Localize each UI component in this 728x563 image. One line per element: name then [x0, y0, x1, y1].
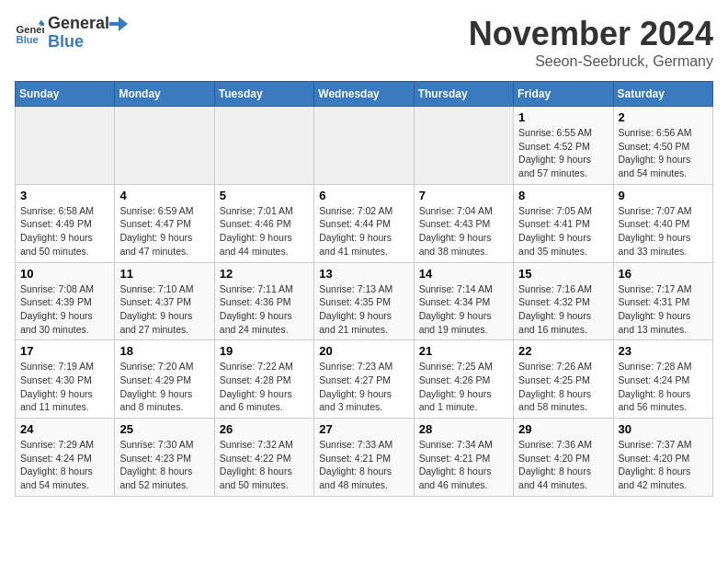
day-number: 3	[20, 189, 109, 202]
calendar-cell: 22Sunrise: 7:26 AMSunset: 4:25 PMDayligh…	[514, 340, 613, 419]
day-number: 16	[619, 267, 708, 281]
calendar-week-1: 1Sunrise: 6:55 AMSunset: 4:52 PMDaylight…	[16, 107, 713, 185]
calendar-cell: 8Sunrise: 7:05 AMSunset: 4:41 PMDaylight…	[514, 184, 613, 262]
weekday-header-sunday: Sunday	[16, 82, 115, 107]
day-info: Sunrise: 7:28 AMSunset: 4:24 PMDaylight:…	[619, 360, 708, 414]
calendar-cell: 20Sunrise: 7:23 AMSunset: 4:27 PMDayligh…	[314, 340, 414, 419]
day-number: 10	[20, 267, 109, 281]
weekday-header-friday: Friday	[514, 82, 613, 107]
weekday-header-monday: Monday	[115, 82, 214, 107]
month-title: November 2024	[469, 15, 713, 53]
day-number: 4	[119, 189, 209, 202]
calendar-cell: 18Sunrise: 7:20 AMSunset: 4:29 PMDayligh…	[115, 340, 214, 419]
location-title: Seeon-Seebruck, Germany	[469, 53, 713, 70]
calendar-cell: 4Sunrise: 6:59 AMSunset: 4:47 PMDaylight…	[115, 184, 214, 262]
day-info: Sunrise: 7:19 AMSunset: 4:30 PMDaylight:…	[20, 360, 109, 414]
calendar-cell: 29Sunrise: 7:36 AMSunset: 4:20 PMDayligh…	[514, 419, 613, 497]
calendar-cell: 19Sunrise: 7:22 AMSunset: 4:28 PMDayligh…	[214, 340, 313, 419]
day-number: 5	[220, 189, 309, 202]
svg-marker-4	[109, 17, 128, 31]
day-info: Sunrise: 7:17 AMSunset: 4:31 PMDaylight:…	[619, 282, 708, 337]
day-number: 2	[619, 110, 708, 124]
calendar-cell: 23Sunrise: 7:28 AMSunset: 4:24 PMDayligh…	[613, 340, 712, 419]
calendar-week-5: 24Sunrise: 7:29 AMSunset: 4:24 PMDayligh…	[16, 419, 713, 497]
calendar-cell: 26Sunrise: 7:32 AMSunset: 4:22 PMDayligh…	[214, 419, 313, 497]
day-number: 14	[419, 267, 508, 281]
day-number: 25	[119, 422, 209, 436]
calendar-cell	[16, 107, 115, 185]
calendar-cell: 10Sunrise: 7:08 AMSunset: 4:39 PMDayligh…	[16, 262, 115, 340]
calendar-cell: 25Sunrise: 7:30 AMSunset: 4:23 PMDayligh…	[115, 419, 214, 497]
day-info: Sunrise: 7:14 AMSunset: 4:34 PMDaylight:…	[419, 282, 508, 337]
calendar-cell	[115, 107, 214, 185]
title-area: November 2024 Seeon-Seebruck, Germany	[469, 15, 713, 70]
calendar-cell	[414, 107, 513, 185]
day-number: 1	[518, 110, 608, 124]
calendar-cell: 12Sunrise: 7:11 AMSunset: 4:36 PMDayligh…	[214, 262, 313, 340]
calendar-cell: 13Sunrise: 7:13 AMSunset: 4:35 PMDayligh…	[314, 262, 414, 340]
day-number: 9	[619, 189, 708, 202]
weekday-header-saturday: Saturday	[613, 82, 712, 107]
day-info: Sunrise: 6:59 AMSunset: 4:47 PMDaylight:…	[119, 204, 209, 259]
day-info: Sunrise: 7:08 AMSunset: 4:39 PMDaylight:…	[20, 282, 109, 337]
day-number: 20	[319, 344, 408, 358]
day-number: 24	[20, 422, 109, 436]
calendar-cell: 16Sunrise: 7:17 AMSunset: 4:31 PMDayligh…	[613, 262, 712, 340]
day-number: 17	[20, 344, 109, 358]
day-number: 28	[419, 422, 508, 436]
day-info: Sunrise: 7:20 AMSunset: 4:29 PMDaylight:…	[119, 360, 209, 414]
calendar-cell: 21Sunrise: 7:25 AMSunset: 4:26 PMDayligh…	[414, 340, 513, 419]
day-info: Sunrise: 7:04 AMSunset: 4:43 PMDaylight:…	[419, 204, 508, 259]
day-info: Sunrise: 6:55 AMSunset: 4:52 PMDaylight:…	[518, 126, 608, 180]
day-number: 29	[518, 422, 608, 436]
logo-general: General	[48, 15, 128, 33]
day-number: 19	[220, 344, 309, 358]
day-info: Sunrise: 7:07 AMSunset: 4:40 PMDaylight:…	[619, 204, 708, 259]
day-info: Sunrise: 7:29 AMSunset: 4:24 PMDaylight:…	[20, 438, 109, 492]
day-info: Sunrise: 7:22 AMSunset: 4:28 PMDaylight:…	[220, 360, 309, 414]
day-info: Sunrise: 7:02 AMSunset: 4:44 PMDaylight:…	[319, 204, 408, 259]
weekday-header-thursday: Thursday	[414, 82, 513, 107]
day-number: 8	[518, 189, 608, 202]
svg-text:Blue: Blue	[17, 34, 39, 45]
calendar-cell: 30Sunrise: 7:37 AMSunset: 4:20 PMDayligh…	[613, 419, 712, 497]
weekday-header-row: SundayMondayTuesdayWednesdayThursdayFrid…	[16, 82, 713, 107]
day-number: 7	[419, 189, 508, 202]
calendar-cell: 28Sunrise: 7:34 AMSunset: 4:21 PMDayligh…	[414, 419, 513, 497]
calendar-cell: 24Sunrise: 7:29 AMSunset: 4:24 PMDayligh…	[16, 419, 115, 497]
calendar-cell: 6Sunrise: 7:02 AMSunset: 4:44 PMDaylight…	[314, 184, 414, 262]
day-number: 21	[419, 344, 508, 358]
day-info: Sunrise: 7:33 AMSunset: 4:21 PMDaylight:…	[319, 438, 408, 492]
day-number: 22	[518, 344, 608, 358]
day-info: Sunrise: 7:10 AMSunset: 4:37 PMDaylight:…	[119, 282, 209, 337]
calendar-week-3: 10Sunrise: 7:08 AMSunset: 4:39 PMDayligh…	[16, 262, 713, 340]
calendar-cell: 9Sunrise: 7:07 AMSunset: 4:40 PMDaylight…	[613, 184, 712, 262]
calendar-cell: 2Sunrise: 6:56 AMSunset: 4:50 PMDaylight…	[613, 107, 712, 185]
day-number: 13	[319, 267, 408, 281]
day-info: Sunrise: 7:16 AMSunset: 4:32 PMDaylight:…	[518, 282, 608, 337]
day-number: 15	[518, 267, 608, 281]
day-info: Sunrise: 7:05 AMSunset: 4:41 PMDaylight:…	[518, 204, 608, 259]
calendar-cell: 11Sunrise: 7:10 AMSunset: 4:37 PMDayligh…	[115, 262, 214, 340]
calendar-cell: 3Sunrise: 6:58 AMSunset: 4:49 PMDaylight…	[16, 184, 115, 262]
day-number: 23	[619, 344, 708, 358]
day-number: 12	[220, 267, 309, 281]
day-info: Sunrise: 7:34 AMSunset: 4:21 PMDaylight:…	[419, 438, 508, 492]
page-header: General Blue General Blue November 2024 …	[15, 15, 713, 70]
day-info: Sunrise: 7:23 AMSunset: 4:27 PMDaylight:…	[319, 360, 408, 414]
calendar-cell: 7Sunrise: 7:04 AMSunset: 4:43 PMDaylight…	[414, 184, 513, 262]
day-number: 18	[119, 344, 209, 358]
day-info: Sunrise: 7:13 AMSunset: 4:35 PMDaylight:…	[319, 282, 408, 337]
day-info: Sunrise: 7:26 AMSunset: 4:25 PMDaylight:…	[518, 360, 608, 414]
calendar-cell: 5Sunrise: 7:01 AMSunset: 4:46 PMDaylight…	[214, 184, 313, 262]
logo-icon: General Blue	[15, 18, 44, 48]
day-info: Sunrise: 7:01 AMSunset: 4:46 PMDaylight:…	[220, 204, 309, 259]
day-number: 26	[220, 422, 309, 436]
calendar-week-2: 3Sunrise: 6:58 AMSunset: 4:49 PMDaylight…	[16, 184, 713, 262]
day-number: 27	[319, 422, 408, 436]
day-info: Sunrise: 6:58 AMSunset: 4:49 PMDaylight:…	[20, 204, 109, 259]
calendar-cell: 15Sunrise: 7:16 AMSunset: 4:32 PMDayligh…	[514, 262, 613, 340]
weekday-header-tuesday: Tuesday	[214, 82, 313, 107]
day-number: 6	[319, 189, 408, 202]
logo-blue: Blue	[48, 33, 128, 52]
